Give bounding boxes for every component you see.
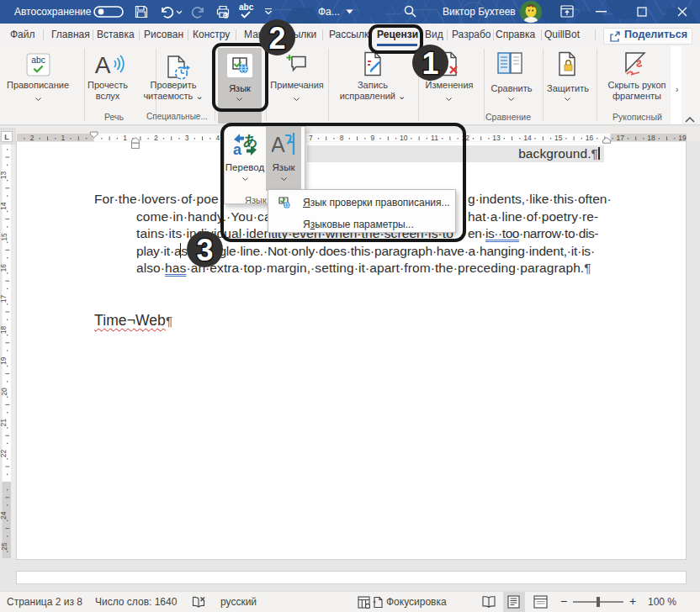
svg-text:2: 2 — [268, 21, 285, 55]
svg-text:1: 1 — [422, 46, 438, 81]
svg-text:17: 17 — [617, 134, 625, 142]
svg-text:19: 19 — [678, 134, 687, 142]
svg-text:19: 19 — [0, 356, 8, 365]
svg-text:22: 22 — [0, 450, 8, 458]
svg-text:15: 15 — [0, 233, 8, 241]
svg-text:17: 17 — [0, 295, 8, 303]
svg-text:3: 3 — [185, 134, 189, 142]
svg-text:2: 2 — [154, 134, 158, 142]
svg-text:25: 25 — [0, 542, 8, 551]
svg-text:16: 16 — [0, 264, 8, 272]
svg-text:3: 3 — [196, 233, 213, 267]
svg-text:24: 24 — [0, 511, 8, 520]
svg-text:15: 15 — [554, 134, 563, 142]
svg-text:4: 4 — [216, 134, 220, 142]
svg-text:18: 18 — [647, 134, 655, 142]
svg-text:14: 14 — [0, 202, 8, 210]
svg-text:21: 21 — [0, 419, 8, 427]
svg-text:20: 20 — [0, 388, 8, 396]
svg-text:1: 1 — [61, 134, 66, 142]
svg-text:1: 1 — [123, 134, 127, 142]
svg-text:2: 2 — [30, 134, 34, 142]
svg-text:13: 13 — [492, 134, 501, 142]
svg-text:16: 16 — [586, 134, 594, 142]
svg-text:A: A — [95, 52, 111, 77]
svg-text:14: 14 — [523, 134, 532, 142]
svg-text:18: 18 — [0, 325, 8, 334]
svg-text:13: 13 — [0, 171, 8, 179]
svg-text:abc: abc — [31, 55, 45, 65]
